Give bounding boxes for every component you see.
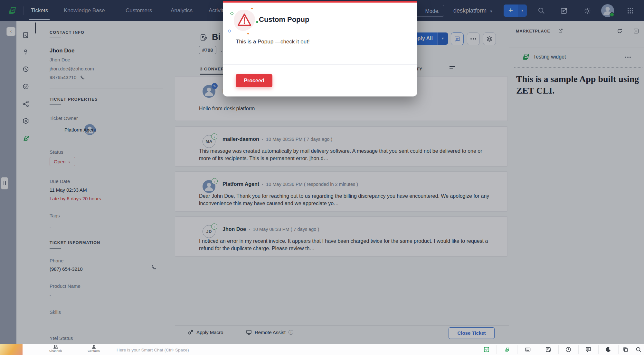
warning-triangle-icon: [237, 13, 252, 27]
decor-dot-green-sq: [256, 21, 258, 23]
channels-label: Channels: [44, 349, 67, 352]
custom-popup-dialog: Custom Popup This is a Popup —check it o…: [223, 1, 417, 96]
contacts-tab[interactable]: Contacts: [82, 345, 105, 352]
taskbar-divider: [113, 345, 113, 354]
dark-mode-moon-icon[interactable]: [605, 347, 611, 352]
taskbar-divider: [598, 345, 599, 354]
taskbar-divider: [476, 345, 476, 354]
taskbar-divider: [558, 345, 559, 354]
taskbar-divider: [618, 345, 619, 354]
decor-dot-orange: [251, 8, 253, 9]
contacts-label: Contacts: [82, 349, 105, 352]
bottom-taskbar: Channels Contacts: [0, 344, 644, 355]
taskbar-divider: [538, 345, 538, 354]
feedback-monitor-icon[interactable]: [585, 347, 591, 352]
decor-dot-green: [230, 12, 233, 15]
desk-widget-icon[interactable]: [504, 347, 510, 352]
keyboard-icon[interactable]: [525, 347, 531, 352]
zia-gradient-button[interactable]: [0, 344, 23, 355]
decor-dot-orange2: [247, 33, 249, 34]
zoho-desk-app: Tickets Knowledge Base Customers Analyti…: [0, 0, 644, 355]
clock-icon[interactable]: [565, 347, 571, 352]
channels-tab[interactable]: Channels: [44, 345, 67, 352]
search-icon[interactable]: [636, 347, 641, 352]
smart-chat-input[interactable]: [116, 344, 407, 355]
compose-note-icon[interactable]: [545, 347, 551, 352]
copy-icon[interactable]: [623, 347, 629, 352]
proceed-button[interactable]: Proceed: [236, 74, 272, 87]
taskbar-divider: [497, 345, 497, 354]
desk-check-icon[interactable]: [484, 347, 489, 352]
taskbar-divider: [517, 345, 517, 354]
popup-title: Custom Popup: [259, 15, 309, 24]
popup-message: This is a Popup —check it out!: [236, 39, 310, 45]
popup-divider: [223, 64, 417, 65]
taskbar-divider: [578, 345, 579, 354]
decor-dot-blue: [228, 30, 231, 32]
